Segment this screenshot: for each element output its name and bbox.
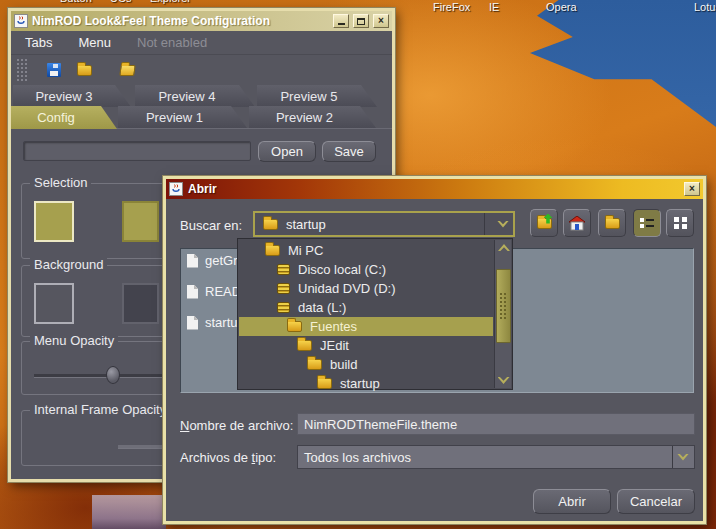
- background-group-label: Background: [30, 257, 107, 272]
- open-dialog-button[interactable]: Abrir: [533, 489, 611, 514]
- look-in-dropdown: Mi PC Disco local (C:) Unidad DVD (D:) d…: [237, 238, 513, 390]
- maximize-icon[interactable]: [353, 14, 369, 28]
- desktop-icon-lotus[interactable]: Lotus: [694, 1, 716, 13]
- open-file-dialog: Abrir × Buscar en: startup: [163, 176, 706, 524]
- look-in-value: startup: [286, 217, 476, 232]
- scroll-up-icon[interactable]: [498, 244, 510, 251]
- drive-icon: [277, 283, 290, 294]
- selection-swatch-primary[interactable]: [34, 201, 74, 242]
- tab-preview-4[interactable]: Preview 4: [135, 85, 255, 107]
- document-icon: [187, 316, 198, 330]
- close-icon[interactable]: ×: [684, 182, 700, 196]
- home-button[interactable]: [563, 209, 591, 237]
- tab-preview-3[interactable]: Preview 3: [13, 85, 131, 107]
- details-view-icon: [674, 217, 687, 229]
- selection-group-label: Selection: [30, 175, 91, 190]
- desktop-icon-button[interactable]: Button: [60, 0, 92, 4]
- chevron-down-icon[interactable]: [677, 454, 689, 461]
- internal-frame-opacity-label: Internal Frame Opacity: [30, 402, 170, 417]
- folder-icon[interactable]: [77, 65, 92, 76]
- new-folder-icon: [605, 218, 620, 229]
- desktop-icon-firefox[interactable]: FireFox: [433, 1, 470, 13]
- details-view-button[interactable]: [666, 209, 694, 237]
- file-name-input[interactable]: NimRODThemeFile.theme: [297, 413, 695, 435]
- combo-divider: [672, 446, 673, 468]
- home-icon: [568, 216, 586, 231]
- combo-divider: [484, 213, 485, 235]
- tree-item-disco-local[interactable]: Disco local (C:): [239, 260, 493, 279]
- tree-item-data[interactable]: data (L:): [239, 298, 493, 317]
- tree-item-unidad-dvd[interactable]: Unidad DVD (D:): [239, 279, 493, 298]
- folder-icon: [265, 245, 280, 256]
- folder-icon: [263, 219, 278, 230]
- scrollbar-thumb[interactable]: [496, 269, 511, 343]
- desktop-icon-explorer[interactable]: Explorer: [150, 0, 191, 4]
- tab-preview-2[interactable]: Preview 2: [249, 106, 376, 128]
- tab-preview-1[interactable]: Preview 1: [118, 106, 247, 128]
- menu-opacity-label: Menu Opacity: [30, 333, 118, 348]
- list-view-icon: [640, 217, 654, 229]
- look-in-combobox[interactable]: startup: [253, 211, 515, 237]
- close-icon[interactable]: ×: [373, 14, 389, 28]
- save-icon[interactable]: [47, 63, 61, 77]
- folder-icon: [307, 359, 322, 370]
- list-view-button[interactable]: [633, 209, 661, 237]
- java-icon: [169, 182, 183, 196]
- drive-icon: [277, 302, 290, 313]
- desktop-icon-ie[interactable]: IE: [489, 1, 499, 13]
- menu-menu[interactable]: Menu: [78, 35, 111, 50]
- save-button[interactable]: Save: [322, 141, 376, 162]
- folder-icon: [317, 378, 332, 389]
- document-icon: [187, 254, 198, 268]
- folder-icon: [287, 321, 302, 332]
- up-folder-button[interactable]: [530, 209, 558, 237]
- java-icon: [14, 14, 28, 28]
- tree-item-fuentes[interactable]: Fuentes: [239, 317, 493, 336]
- theme-window-titlebar[interactable]: NimROD Look&Feel Theme Configuration ×: [11, 11, 392, 31]
- drive-icon: [277, 264, 290, 275]
- menu-opacity-slider-thumb[interactable]: [106, 366, 120, 384]
- folder-open-icon[interactable]: [119, 65, 136, 76]
- tree-item-build[interactable]: build: [239, 355, 493, 374]
- minimize-icon[interactable]: [333, 14, 349, 28]
- dropdown-scrollbar[interactable]: [494, 240, 511, 388]
- file-name-label: Nombre de archivo:: [180, 418, 293, 433]
- file-type-combobox[interactable]: Todos los archivos: [297, 445, 695, 469]
- desktop: Button UCs Explorer FireFox IE Opera Lot…: [0, 0, 716, 529]
- theme-window-title: NimROD Look&Feel Theme Configuration: [32, 14, 329, 28]
- open-button[interactable]: Open: [258, 141, 316, 162]
- toolbar-drag-handle[interactable]: [15, 57, 29, 83]
- dialog-titlebar[interactable]: Abrir ×: [166, 179, 703, 199]
- file-type-label: Archivos de tipo:: [180, 450, 276, 465]
- up-folder-icon: [537, 218, 552, 229]
- theme-window-toolbar: [11, 55, 392, 85]
- document-icon: [187, 285, 198, 299]
- dialog-title: Abrir: [188, 182, 679, 196]
- desktop-icon-ucs[interactable]: UCs: [110, 0, 131, 4]
- menu-not-enabled: Not enabled: [137, 35, 207, 50]
- file-type-value: Todos los archivos: [298, 450, 672, 465]
- tree-item-jedit[interactable]: JEdit: [239, 336, 493, 355]
- tab-config[interactable]: Config: [11, 106, 117, 129]
- chevron-down-icon[interactable]: [497, 221, 509, 228]
- background-swatch-2[interactable]: [122, 283, 159, 324]
- look-in-label: Buscar en:: [180, 218, 242, 233]
- distant-vista: [92, 495, 166, 529]
- folder-icon: [297, 340, 312, 351]
- cancel-button[interactable]: Cancelar: [617, 489, 695, 514]
- theme-tabs: Preview 3 Preview 4 Preview 5 Config Pre…: [11, 85, 392, 129]
- scroll-down-icon[interactable]: [498, 377, 510, 384]
- menu-tabs[interactable]: Tabs: [25, 35, 52, 50]
- selection-swatch-2[interactable]: [122, 201, 159, 242]
- tab-preview-5[interactable]: Preview 5: [257, 85, 377, 107]
- new-folder-button[interactable]: [598, 209, 626, 237]
- theme-file-input[interactable]: [23, 141, 251, 161]
- tree-item-startup[interactable]: startup: [239, 374, 493, 393]
- desktop-icon-opera[interactable]: Opera: [546, 1, 577, 13]
- tree-item-mi-pc[interactable]: Mi PC: [239, 241, 493, 260]
- theme-window-menubar: Tabs Menu Not enabled: [11, 31, 392, 55]
- background-swatch-primary[interactable]: [34, 283, 74, 324]
